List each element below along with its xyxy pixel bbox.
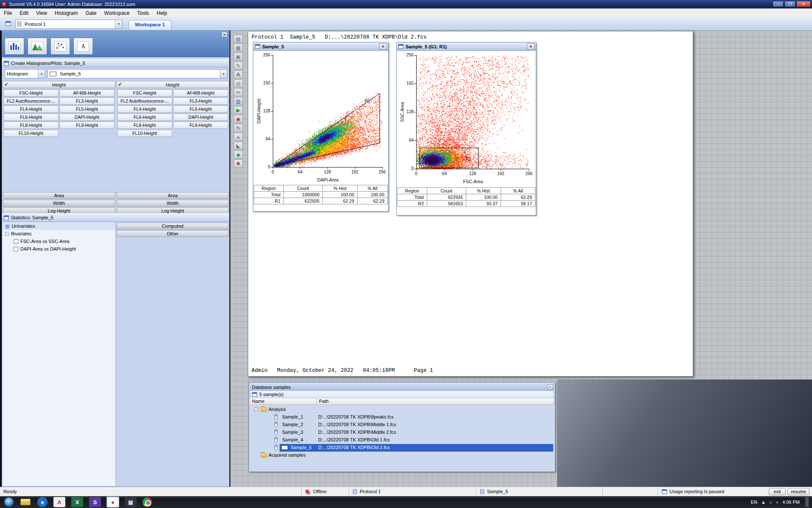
param-button[interactable]: FL10-Height: [117, 130, 172, 137]
play-icon[interactable]: ▶: [234, 106, 243, 114]
resume-button[interactable]: resume: [787, 488, 809, 495]
edit-icon[interactable]: ✎: [234, 61, 243, 70]
param-button[interactable]: FL5-Height: [59, 106, 115, 113]
clock[interactable]: 4:06 PM: [782, 500, 801, 505]
close-icon[interactable]: ✕: [379, 43, 387, 50]
param-button[interactable]: FL8-Height: [117, 122, 172, 129]
app-purple-icon[interactable]: S: [89, 497, 101, 507]
browser-icon[interactable]: e: [37, 497, 48, 507]
menu-item[interactable]: Tools: [133, 9, 153, 17]
column-header[interactable]: ✔ Height: [3, 81, 115, 88]
menu-item[interactable]: Help: [153, 9, 171, 17]
collapse-icon[interactable]: [254, 408, 258, 411]
protocol-selector[interactable]: Protocol 1 ▼: [15, 20, 123, 29]
column-header[interactable]: ✔ Height: [116, 81, 229, 88]
tree-item-univariates[interactable]: ▥ Univariates: [3, 222, 115, 230]
tree-item-bivariate-2[interactable]: DAPI-Area vs DAPI-Height: [3, 245, 115, 253]
chevron-down-icon[interactable]: ▼: [220, 70, 227, 78]
database-window-titlebar[interactable]: Database samples ▪: [250, 383, 554, 391]
display-icon[interactable]: ▣: [125, 497, 137, 507]
Sample_5[interactable]: Sample_5 D:...\20220708 TK XDPB\Old 2.fc…: [250, 444, 554, 452]
show-desktop-button[interactable]: [805, 497, 809, 507]
text-tool-icon[interactable]: A: [234, 70, 243, 78]
text-annotation-button[interactable]: A: [73, 38, 93, 55]
plot-window-titlebar[interactable]: Sample_5 (G1: R1) ✕: [397, 42, 536, 51]
menu-item[interactable]: Workspace: [101, 9, 134, 17]
minimize-button[interactable]: —: [773, 1, 784, 7]
analysis-folder-row[interactable]: Analysis: [250, 406, 554, 413]
clock-icon[interactable]: ◎: [234, 79, 243, 87]
Sample_3[interactable]: Sample_3 D:...\20220708 TK XDPB\Middle 2…: [250, 429, 554, 436]
category-row[interactable]: Width: [117, 200, 229, 207]
cut-icon[interactable]: ✂: [234, 88, 243, 96]
pointer-icon[interactable]: ◣: [234, 142, 243, 150]
summit-app-icon[interactable]: ●: [107, 497, 119, 507]
maximize-button[interactable]: ❐: [784, 1, 795, 7]
checkbox[interactable]: [14, 239, 18, 244]
param-button[interactable]: FL3-Height: [59, 98, 115, 105]
plot-window-titlebar[interactable]: Sample_5 ✕: [253, 42, 388, 51]
menu-item[interactable]: Gate: [82, 9, 101, 17]
tree-item-bivariates[interactable]: Bivariates: [3, 230, 115, 237]
param-button[interactable]: FL8-Height: [3, 122, 59, 129]
new-protocol-button[interactable]: [4, 20, 12, 28]
Sample_2[interactable]: Sample_2 D:...\20220708 TK XDPB\Middle 1…: [250, 421, 554, 429]
name-column-header[interactable]: Name: [250, 398, 317, 405]
sample-combo[interactable]: Sample_5 ▼: [48, 69, 227, 78]
menu-item[interactable]: View: [32, 9, 51, 17]
param-button[interactable]: AF488-Height: [173, 89, 228, 97]
param-button[interactable]: FL2 Autoflourescence-...: [117, 98, 172, 105]
auto-gate-icon[interactable]: ↻: [234, 124, 243, 132]
delete-icon[interactable]: ✖: [234, 159, 243, 167]
database-samples-window[interactable]: Database samples ▪ 5 sample(s) Name Path…: [249, 382, 555, 472]
checkbox[interactable]: [14, 247, 18, 251]
surface-plot-button[interactable]: [28, 38, 47, 55]
notification-icon[interactable]: ●: [776, 500, 778, 505]
param-button[interactable]: FL10-Height: [3, 130, 59, 137]
param-button[interactable]: FL3-Height: [173, 98, 228, 105]
menu-item[interactable]: Histogram: [51, 9, 82, 17]
density-plot-canvas[interactable]: [253, 51, 388, 184]
param-button[interactable]: FSC-Height: [3, 89, 59, 97]
database-window-button[interactable]: ▪: [547, 384, 553, 390]
start-button[interactable]: [4, 497, 14, 507]
excel-icon[interactable]: X: [71, 497, 83, 507]
category-row[interactable]: Area: [117, 192, 229, 199]
param-button[interactable]: FL6-Height: [3, 114, 59, 121]
close-button[interactable]: ✕: [796, 1, 811, 7]
new-histogram-icon[interactable]: ▤: [234, 35, 243, 43]
tray-up-arrow-icon[interactable]: ▲: [761, 500, 766, 505]
close-icon[interactable]: ✕: [527, 43, 535, 50]
param-button[interactable]: FL6-Height: [117, 114, 172, 121]
panel-close-icon[interactable]: ✕: [221, 32, 227, 37]
chevron-down-icon[interactable]: ▼: [38, 70, 45, 78]
acquired-folder-row[interactable]: Acquired samples: [250, 452, 554, 459]
path-column-header[interactable]: Path: [317, 398, 554, 405]
param-button[interactable]: FL9-Height: [173, 122, 228, 129]
param-button[interactable]: AF488-Height: [59, 89, 115, 97]
Sample_4[interactable]: Sample_4 D:...\20220708 TK XDPB\Old 1.fc…: [250, 436, 554, 444]
pdf-app-icon[interactable]: A: [53, 497, 65, 507]
param-button[interactable]: FL5-Height: [173, 106, 228, 113]
category-row[interactable]: Other: [117, 230, 229, 237]
category-row[interactable]: Width: [3, 200, 115, 207]
param-button[interactable]: FSC-Height: [117, 89, 172, 97]
language-indicator[interactable]: EN: [751, 500, 757, 505]
tree-item-bivariate-1[interactable]: FSC-Area vs SSC-Area: [3, 237, 115, 245]
table-icon[interactable]: ▥: [234, 97, 243, 105]
sample-icon[interactable]: ◆: [234, 151, 243, 159]
Sample_1[interactable]: Sample_1 D:...\20220708 TK XDPB\8peaks.f…: [250, 413, 554, 421]
print-icon[interactable]: ▣: [234, 53, 243, 61]
chevron-down-icon[interactable]: ▼: [115, 20, 122, 28]
chrome-icon[interactable]: [143, 497, 152, 507]
histogram-type-button[interactable]: [5, 38, 24, 55]
param-button[interactable]: FL4-Height: [117, 106, 172, 113]
param-button[interactable]: DAPI-Height: [173, 114, 228, 121]
marker-icon[interactable]: ▲: [234, 133, 243, 141]
plot-type-combo[interactable]: Histogram ▼: [5, 69, 45, 78]
plot-window-1[interactable]: Sample_5 ✕ DAPI-Height DAPI-Area RegionC…: [253, 42, 389, 212]
param-button[interactable]: FL9-Height: [59, 122, 115, 129]
category-row[interactable]: Computed: [117, 223, 229, 229]
record-icon[interactable]: ◉: [234, 115, 243, 123]
density-plot-canvas[interactable]: [397, 51, 536, 186]
